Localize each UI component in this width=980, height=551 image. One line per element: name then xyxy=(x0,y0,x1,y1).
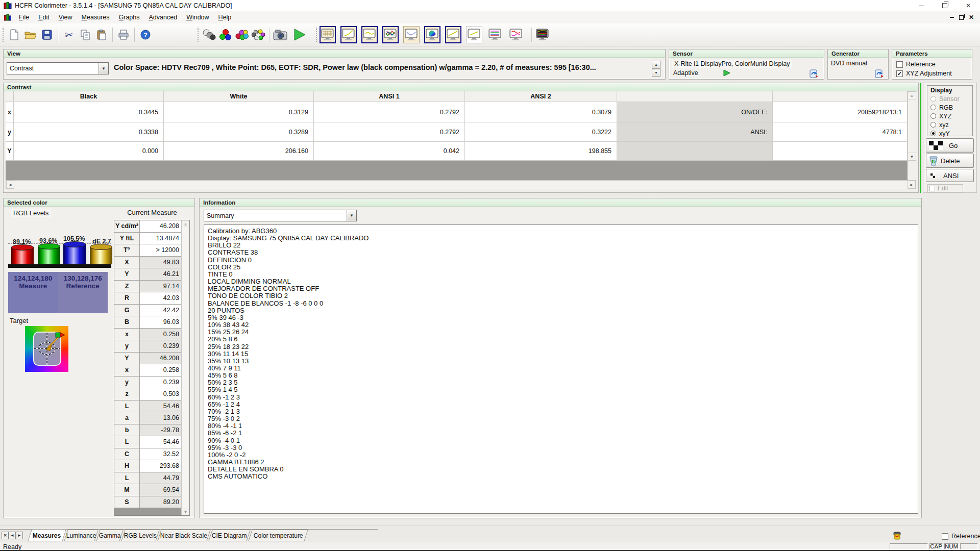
table-row: R42.03 xyxy=(114,292,182,305)
tab-color-temperature[interactable]: Color temperature xyxy=(248,530,308,541)
radio-xyz-upper-icon xyxy=(930,113,936,119)
mdi-minimize-icon[interactable] xyxy=(950,17,954,18)
scroll-down-icon[interactable]: ▼ xyxy=(182,508,189,515)
menu-help[interactable]: Help xyxy=(214,12,236,22)
view-cie-diagram-button[interactable] xyxy=(424,26,440,43)
sensor-run-icon[interactable] xyxy=(723,69,730,77)
go-button[interactable]: Go xyxy=(926,138,974,153)
display-strip: Display Sensor RGB XYZ xyz xyY Go ↻ Dele… xyxy=(923,83,977,193)
run-measures-button[interactable] xyxy=(290,27,309,43)
tab-scroll-right-button[interactable]: ► xyxy=(16,532,23,539)
tab-close-button[interactable]: ✕ xyxy=(2,532,9,539)
save-button[interactable] xyxy=(39,27,55,43)
view-luminance-button[interactable] xyxy=(340,26,357,43)
restore-button[interactable] xyxy=(933,0,957,11)
cut-button[interactable]: ✂ xyxy=(61,27,77,43)
selected-color-panel: Selected color RGB Levels Current Measur… xyxy=(3,198,195,518)
main-toolbar: ✂ ? xyxy=(0,23,980,46)
contrast-vscrollbar[interactable]: ▲ ▼ xyxy=(908,91,916,161)
snapshot-button[interactable] xyxy=(272,27,290,43)
paste-button[interactable] xyxy=(93,27,110,43)
chevron-down-icon[interactable]: ▼ xyxy=(347,210,356,221)
view-selector[interactable]: Contrast ▼ xyxy=(7,62,109,74)
spin-up-icon[interactable]: ▲ xyxy=(652,61,660,69)
target-label: Target xyxy=(10,317,28,324)
tab-luminance[interactable]: Luminance xyxy=(64,530,98,541)
minimize-button[interactable] xyxy=(910,0,933,11)
reference-bottom-checkbox[interactable] xyxy=(942,533,948,540)
generator-configure-icon[interactable] xyxy=(875,69,884,78)
view-gamut-button[interactable] xyxy=(534,26,551,43)
tab-cie-diagram[interactable]: CIE Diagram xyxy=(208,530,250,541)
radio-xyz-upper[interactable]: XYZ xyxy=(927,112,972,120)
print-icon xyxy=(118,30,129,40)
menu-graphs[interactable]: Graphs xyxy=(114,12,144,22)
toolbar-separator xyxy=(134,28,135,42)
scroll-up-icon[interactable]: ▲ xyxy=(182,220,189,228)
measure-table-scrollbar[interactable]: ▲ ▼ xyxy=(181,220,189,515)
splitter-highlight[interactable] xyxy=(920,83,921,193)
measure-primaries-button[interactable] xyxy=(217,27,234,43)
mdi-close-icon[interactable]: ✕ xyxy=(969,14,974,20)
radio-rgb[interactable]: RGB xyxy=(927,103,972,112)
view-free-measures-button[interactable] xyxy=(487,26,503,43)
trash-icon: ↻ xyxy=(928,155,939,166)
information-view-selector[interactable]: Summary ▼ xyxy=(204,210,357,221)
xyz-adjustment-checkbox[interactable]: ✓ xyxy=(896,70,903,77)
view-rgb-levels-button[interactable] xyxy=(382,26,399,43)
view-luminance-log-button[interactable] xyxy=(466,26,482,43)
measure-color-checker-icon xyxy=(252,29,265,40)
view-gamma-button[interactable] xyxy=(361,26,378,43)
measure-grayscale-button[interactable] xyxy=(201,27,217,43)
scroll-left-icon[interactable]: ◄ xyxy=(6,181,14,189)
snapshot-icon xyxy=(273,29,289,41)
edit-checkbox[interactable] xyxy=(929,186,935,191)
menu-view[interactable]: View xyxy=(54,12,77,22)
print-button[interactable] xyxy=(115,27,132,43)
reference-checkbox[interactable] xyxy=(896,61,903,68)
menu-window[interactable]: Window xyxy=(182,12,213,22)
measures-spinner[interactable]: ▲ ▼ xyxy=(652,61,660,77)
tab-gamma[interactable]: Gamma xyxy=(96,530,123,541)
close-button[interactable]: ✕ xyxy=(957,0,980,11)
view-saturation-button[interactable] xyxy=(508,26,524,43)
new-file-button[interactable] xyxy=(6,27,22,43)
menu-measures[interactable]: Measures xyxy=(77,12,114,22)
delete-button[interactable]: ↻ Delete xyxy=(926,154,974,168)
chevron-down-icon[interactable]: ▼ xyxy=(99,63,108,74)
view-measures-table-button[interactable] xyxy=(320,26,336,43)
scroll-up-icon[interactable]: ▲ xyxy=(908,92,916,99)
menu-advanced[interactable]: Advanced xyxy=(144,12,182,22)
menu-edit[interactable]: Edit xyxy=(34,12,54,22)
menu-file[interactable]: File xyxy=(14,12,34,22)
radio-sensor[interactable]: Sensor xyxy=(927,94,972,103)
view-color-temperature-button[interactable] xyxy=(445,26,461,43)
red-bar-label: 89.1% xyxy=(13,238,31,245)
generator-device: DVD manual xyxy=(831,60,867,67)
ansi-button[interactable]: ANSI xyxy=(926,169,974,182)
delta-e-bar-label: dE 2.7 xyxy=(92,238,111,245)
measure-color-checker-button[interactable] xyxy=(250,27,266,43)
help-button[interactable]: ? xyxy=(137,27,154,43)
tab-scroll-left-button[interactable]: ◄ xyxy=(9,532,16,539)
contrast-col-extra xyxy=(617,91,773,102)
tab-measures[interactable]: Measures xyxy=(28,530,66,541)
ansi-value: 4778:1 xyxy=(773,122,908,142)
tab-near-black-scale[interactable]: Near Black Scale xyxy=(157,530,210,541)
spin-down-icon[interactable]: ▼ xyxy=(652,69,660,77)
view-near-black-button[interactable] xyxy=(403,26,420,43)
tab-rgb-levels[interactable]: RGB Levels xyxy=(121,530,159,541)
radio-xyz-lower[interactable]: xyz xyxy=(927,120,972,129)
contrast-hscrollbar[interactable]: ◄ ► xyxy=(6,180,916,189)
mdi-restore-icon[interactable] xyxy=(959,15,964,20)
scroll-right-icon[interactable]: ► xyxy=(908,181,916,189)
checkerboard-icon xyxy=(929,141,943,150)
copy-button[interactable] xyxy=(77,27,93,43)
table-row: H293.68 xyxy=(114,460,182,472)
scroll-down-icon[interactable]: ▼ xyxy=(908,153,916,160)
status-bar: Ready CAP NUM xyxy=(0,542,980,550)
radio-xyY[interactable]: xyY xyxy=(927,129,972,138)
measure-secondaries-button[interactable] xyxy=(234,27,250,43)
sensor-configure-icon[interactable] xyxy=(810,69,819,78)
open-file-button[interactable] xyxy=(22,27,39,43)
